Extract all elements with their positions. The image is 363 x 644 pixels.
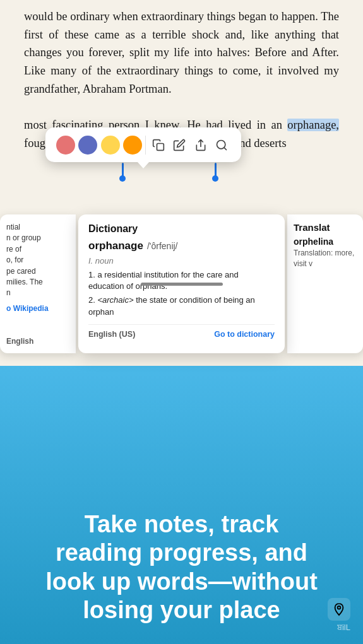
- dictionary-footer: English (US) Go to dictionary: [88, 324, 275, 339]
- bottom-area: Take notes, track reading progress, and …: [0, 366, 363, 644]
- share-icon[interactable]: [192, 136, 210, 154]
- promo-text: Take notes, track reading progress, and …: [27, 334, 336, 625]
- dictionary-title: Dictionary: [88, 223, 275, 235]
- selection-handle-right: [215, 163, 217, 177]
- translate-title: Translat: [294, 222, 357, 233]
- phone-home-bar: [141, 283, 223, 286]
- toolbar-popup: [45, 127, 241, 162]
- selection-handle-left: [122, 163, 124, 177]
- definition-2: 2. <archaic> the state or condition of b…: [88, 295, 275, 317]
- watermark-icon: [328, 598, 350, 621]
- edit-icon[interactable]: [170, 136, 188, 154]
- highlight-color-blue[interactable]: [78, 136, 97, 155]
- language-button[interactable]: English (US): [88, 330, 135, 339]
- watermark: ਬilL: [328, 598, 350, 633]
- dictionary-word: orphanage: [88, 240, 143, 252]
- wikipedia-link[interactable]: o Wikipedia: [6, 304, 69, 313]
- highlight-color-red[interactable]: [56, 136, 75, 155]
- watermark-label: ਬilL: [337, 623, 350, 633]
- definition-1: 1. a residential institution for the car…: [88, 269, 275, 292]
- copy-icon[interactable]: [150, 136, 167, 154]
- dictionary-pos: I. noun: [88, 256, 275, 266]
- translate-word: orphelina: [294, 237, 357, 247]
- highlight-color-yellow[interactable]: [101, 136, 120, 155]
- search-icon[interactable]: [213, 136, 230, 154]
- highlighted-word[interactable]: orphanage,: [287, 119, 339, 131]
- toolbar-divider: [145, 136, 146, 155]
- left-card-text: ntial n or group re of o, for pe cared m…: [6, 222, 69, 299]
- svg-rect-0: [157, 143, 164, 150]
- translate-text: Translation: more, visit v: [294, 248, 357, 269]
- right-translate-card: Translat orphelina Translation: more, vi…: [287, 214, 363, 353]
- go-to-dictionary-link[interactable]: Go to dictionary: [214, 330, 275, 339]
- left-context-card: ntial n or group re of o, for pe cared m…: [0, 214, 76, 353]
- dictionary-pronunciation: /'ôrfenij/: [147, 241, 178, 251]
- highlight-color-orange[interactable]: [123, 136, 142, 155]
- svg-line-2: [224, 147, 227, 149]
